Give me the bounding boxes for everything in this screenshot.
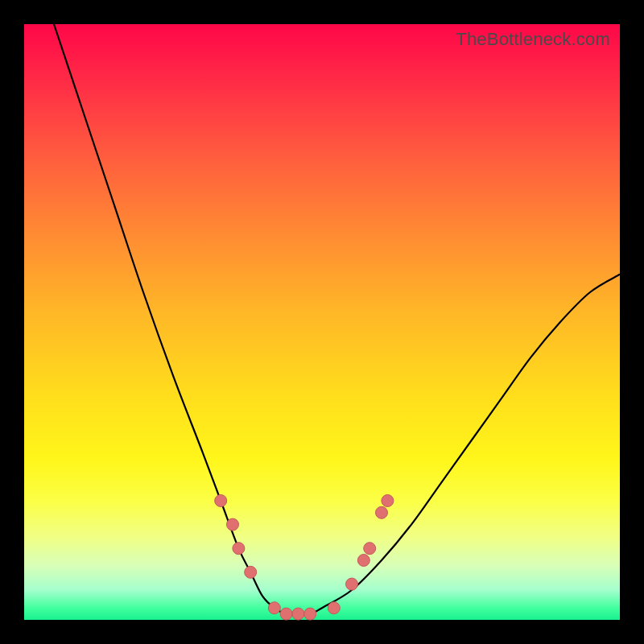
curve-marker xyxy=(227,518,239,530)
bottleneck-curve xyxy=(54,24,620,614)
curve-marker xyxy=(382,495,394,507)
curve-marker xyxy=(357,555,369,567)
curve-marker xyxy=(233,543,245,555)
curve-marker xyxy=(245,566,257,578)
chart-frame: TheBottleneck.com xyxy=(0,0,644,644)
curve-layer xyxy=(24,24,620,620)
curve-marker xyxy=(364,543,376,555)
plot-area: TheBottleneck.com xyxy=(24,24,620,620)
curve-marker xyxy=(376,506,388,518)
curve-marker xyxy=(215,495,227,507)
curve-markers xyxy=(215,495,394,621)
curve-marker xyxy=(328,602,340,614)
curve-marker xyxy=(346,578,358,590)
curve-marker xyxy=(304,608,316,620)
curve-marker xyxy=(268,602,280,614)
curve-marker xyxy=(292,608,304,620)
curve-marker xyxy=(280,608,292,620)
